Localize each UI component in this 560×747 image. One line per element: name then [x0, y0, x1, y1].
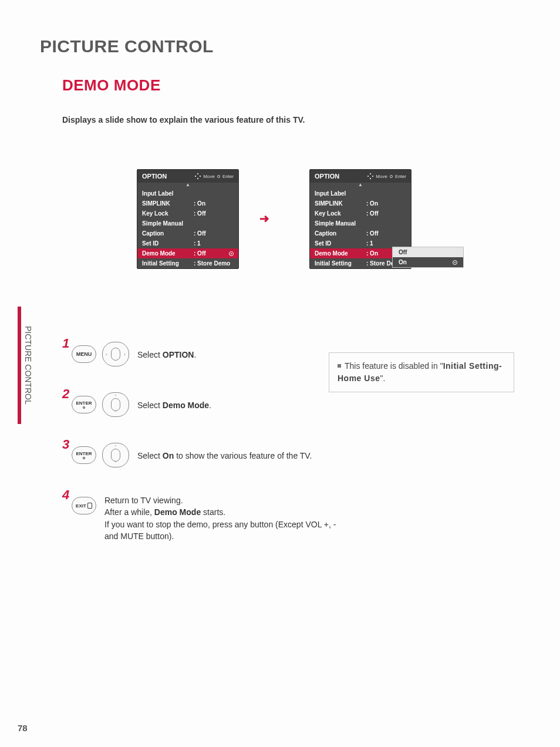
osd-row-value: : Off: [194, 210, 206, 217]
t: ".: [380, 374, 385, 383]
t: Return to TV viewing.: [104, 496, 183, 505]
osd-scroll-up-icon: ▲: [137, 183, 238, 189]
osd-title: OPTION: [142, 173, 167, 180]
hint-move: Move: [203, 174, 215, 179]
section-title: DEMO MODE: [62, 76, 161, 95]
osd-row-label: Set ID: [315, 240, 364, 247]
osd-row-label: Initial Setting: [315, 260, 364, 267]
osd-row-label: Input Label: [315, 190, 364, 197]
osd-row-label: SIMPLINK: [315, 200, 364, 207]
osd-header: OPTION Move Enter: [137, 170, 238, 183]
osd-row-label: Simple Manual: [142, 220, 191, 227]
osd-row: Set ID: 1: [137, 238, 238, 248]
selection-ring-icon: [453, 260, 457, 265]
t: to show the various feature of the TV.: [174, 451, 312, 460]
t: Demo Mode: [163, 401, 209, 410]
osd-row: Input Label: [137, 189, 238, 198]
side-tab: PICTURE CONTROL: [18, 307, 33, 424]
osd-row: Initial Setting: Store Demo: [137, 258, 238, 268]
osd-row-label: Key Lock: [142, 210, 191, 217]
osd-row-label: Set ID: [142, 240, 191, 247]
osd-row-label: Caption: [142, 230, 191, 237]
step-number: 2: [62, 386, 69, 402]
t: Select: [137, 401, 163, 410]
t: .: [209, 401, 211, 410]
osd-row: Caption: Off: [310, 228, 411, 238]
osd-row-value: : 1: [366, 240, 373, 247]
step-2: 2 ENTER Select Demo Mode.: [62, 390, 514, 424]
osd-row-value: : On: [194, 200, 205, 207]
step-4: 4 EXIT Return to TV viewing. After a whi…: [62, 491, 514, 525]
t: Demo Mode: [154, 507, 201, 517]
osd-scroll-up-icon: ▲: [310, 183, 411, 189]
hint-enter: Enter: [395, 174, 406, 179]
osd-row-label: Initial Setting: [142, 260, 191, 267]
osd-row-label: Caption: [315, 230, 364, 237]
note-box: This feature is disabled in "Initial Set…: [329, 352, 514, 392]
step-text: Select OPTION.: [137, 349, 196, 361]
step-3: 3 ENTER Select On to show the various fe…: [62, 440, 514, 475]
t: Select: [137, 451, 163, 460]
step-text: Return to TV viewing. After a while, Dem…: [104, 494, 351, 542]
nav-icon: [195, 173, 201, 179]
step-number: 1: [62, 336, 69, 351]
osd-title: OPTION: [315, 173, 339, 180]
osd-row: SIMPLINK: On: [137, 198, 238, 208]
osd-row-value: : Off: [366, 230, 379, 237]
osd-row-label: Key Lock: [315, 210, 364, 217]
t: starts.: [201, 507, 225, 517]
osd-row-label: SIMPLINK: [142, 200, 191, 207]
t: ENTER: [76, 401, 92, 406]
page-title: PICTURE CONTROL: [40, 36, 214, 56]
osd-row: SIMPLINK: On: [310, 198, 411, 208]
popup-option-on: On: [393, 257, 463, 267]
osd-row-value: : Off: [366, 210, 379, 217]
osd-row: Key Lock: Off: [310, 208, 411, 218]
hint-move: Move: [376, 174, 387, 179]
selection-ring-icon: [229, 251, 234, 256]
osd-row: Simple Manual: [137, 218, 238, 228]
osd-row: Key Lock: Off: [137, 208, 238, 218]
t: This feature is disabled in ": [345, 361, 443, 371]
nav-icon: [367, 173, 373, 179]
dpad-up-down-icon: [102, 443, 129, 467]
t: On: [163, 451, 174, 460]
demo-mode-popup: Off On: [392, 247, 464, 268]
bullet-icon: [338, 364, 341, 368]
osd-row-label: Simple Manual: [315, 220, 364, 227]
enter-icon: [390, 175, 393, 178]
enter-button-icon: ENTER: [72, 446, 96, 464]
enter-button-icon: ENTER: [72, 396, 96, 413]
osd-rows-left: Input LabelSIMPLINK: OnKey Lock: OffSimp…: [137, 189, 238, 268]
section-intro: Displays a slide show to explain the var…: [62, 115, 305, 124]
dpad-left-right-icon: [102, 342, 129, 366]
osd-hints: Move Enter: [367, 173, 406, 179]
t: .: [194, 350, 196, 359]
popup-option-off: Off: [393, 247, 463, 257]
hint-enter: Enter: [222, 174, 234, 179]
exit-button-icon: EXIT: [72, 497, 96, 514]
osd-header: OPTION Move Enter: [310, 170, 411, 183]
osd-row-value: : Off: [194, 250, 206, 257]
t: If you want to stop the demo, press any …: [104, 520, 336, 541]
osd-row: Caption: Off: [137, 228, 238, 238]
osd-row-value: : Off: [194, 230, 206, 237]
osd-row-label: Demo Mode: [142, 250, 191, 257]
t: OPTION: [163, 350, 194, 359]
t: Select: [137, 350, 163, 359]
t: After a while,: [104, 507, 154, 517]
menu-button-icon: MENU: [72, 345, 96, 363]
page-number: 78: [18, 723, 28, 733]
t: ENTER: [76, 452, 92, 456]
osd-row: Input Label: [310, 189, 411, 198]
osd-row: Simple Manual: [310, 218, 411, 228]
step-text: Select On to show the various feature of…: [137, 450, 312, 462]
enter-icon: [217, 175, 220, 178]
osd-row-value: : 1: [194, 240, 201, 247]
osd-row: Demo Mode: Off: [137, 248, 238, 258]
transition-arrow-icon: ➜: [259, 211, 269, 226]
step-number: 3: [62, 437, 69, 452]
step-text: Select Demo Mode.: [137, 399, 211, 411]
osd-row-value: : On: [366, 200, 378, 207]
osd-menu-before: OPTION Move Enter ▲ Input LabelSIMPLINK:…: [137, 169, 239, 269]
